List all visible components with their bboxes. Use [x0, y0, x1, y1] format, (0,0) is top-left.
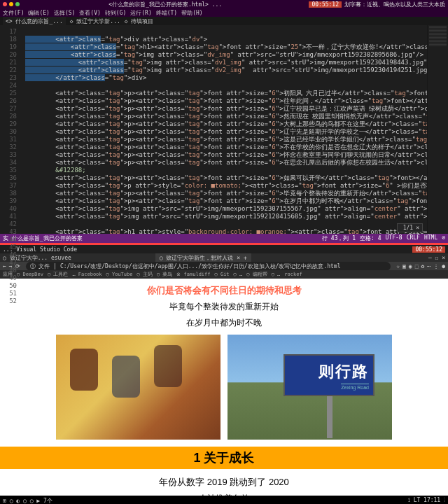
nav-ext2[interactable]: ◉	[409, 263, 412, 270]
rendered-page[interactable]: 你们是否将会有不同往日的期待和思考 毕竟每个整装待发的重新开始 在岁月中都为时不…	[0, 279, 448, 496]
bookmark-4[interactable]: ◯ YouTube	[106, 272, 133, 277]
status-lang[interactable]: HTML	[424, 234, 438, 242]
vscode-statusbar: 实 什么是宗旨_我已公开的答案 行 43，列 1 空格: 4 UTF-8 CRL…	[0, 234, 448, 243]
page-line-1: 你们是否将会有不同往日的期待和思考	[0, 284, 448, 297]
browser-titlebar: ... Visual Studio Code 00:55:12	[0, 245, 448, 253]
menu-help[interactable]: 帮助(H)	[181, 9, 202, 17]
start-icon[interactable]: ⊞	[3, 498, 6, 504]
sign-cn: 则行路	[318, 361, 369, 382]
nav-ext3[interactable]: ⬚	[415, 263, 419, 270]
street-sign: 则行路 Zexing Road	[284, 354, 374, 396]
page-line-5: 人被推着向前	[0, 493, 448, 496]
menu-run[interactable]: 运行(R)	[130, 9, 151, 17]
bookmark-1[interactable]: ◯ DeepDev	[17, 272, 43, 277]
vscode-tabbar: <> 什么意的宗旨_... ◇ 致辽宁大学新... ◇ 待填项目	[0, 17, 448, 25]
editor-tab-3[interactable]: ◇ 待填项目	[125, 18, 154, 25]
menu-terminal[interactable]: 终端(T)	[156, 9, 177, 17]
find-widget[interactable]: 1/1 ×	[397, 223, 423, 232]
nav-ext1[interactable]: ▣	[402, 263, 406, 270]
bookmark-12[interactable]: rockef	[284, 272, 302, 277]
sign-pole	[327, 396, 332, 438]
bookmarks-bar: 应用 ◯ DeepDev ◯ 工具栏 … Facebook ◯ YouTube …	[0, 270, 448, 279]
window-max-dot[interactable]	[15, 2, 20, 6]
status-indent[interactable]: 空格: 4	[360, 234, 381, 242]
bookmark-5[interactable]: ◯ 主码	[136, 271, 152, 278]
nav-menu[interactable]: ⋮	[433, 263, 439, 270]
window-close-dot[interactable]	[3, 2, 7, 6]
window-min-dot[interactable]	[9, 2, 13, 6]
nav-back-icon[interactable]: ←	[3, 263, 6, 270]
task-item-2[interactable]: ◐	[16, 498, 20, 504]
page-line-3: 在岁月中都为时不晚	[0, 317, 448, 329]
menu-selection[interactable]: 选择(S)	[54, 9, 75, 17]
vscode-menubar: 文件(F) 编辑(E) 选择(S) 查看(V) 转到(G) 运行(R) 终端(T…	[0, 8, 448, 17]
nav-more[interactable]: ⋯	[427, 263, 430, 270]
status-feedback-icon[interactable]: ⊘	[442, 234, 445, 242]
task-count: 7个	[43, 498, 52, 504]
line-gutter: 1718192021222324252627282930313233343536…	[0, 25, 20, 234]
record-time-badge-2: 00:55:12	[412, 246, 445, 253]
browser-tabstrip: ◯ 致辽宁大学... esuvee ◯ 致辽宁大学新生，想对人说 × + — ☐…	[0, 253, 448, 262]
menu-go[interactable]: 转到(G)	[105, 9, 126, 17]
nav-star[interactable]: ☆	[396, 263, 400, 270]
task-item-3[interactable]: ◯	[23, 498, 27, 504]
url-bar[interactable]: ① 文件 | C:/Users/改理/Desktop/信远初中/app图/人口.…	[26, 262, 391, 271]
page-heading: 1 关于成长	[0, 449, 448, 466]
editor-tab-active[interactable]: <> 什么意的宗旨_...	[3, 17, 66, 26]
sign-en: Zexing Road	[341, 384, 369, 390]
task-item-4[interactable]: ◯	[30, 498, 34, 504]
page-image-left	[56, 335, 220, 440]
os-taskbar[interactable]: ⊞ ◯ ◐ ◯ ◯ ▶ 7个 ⟟ LT 17:11 ⋮	[0, 496, 448, 504]
browser-tab-active[interactable]: ◯ 致辽宁大学新生，想对人说 × +	[155, 253, 251, 262]
find-close-icon[interactable]: ×	[416, 225, 419, 231]
bookmark-10[interactable]: ◯ 编程帮	[246, 271, 267, 278]
orange-heading-band: 1 关于成长	[0, 447, 448, 469]
nav-ext4[interactable]: ✿	[421, 263, 425, 270]
page-line-2: 毕竟每个整装待发的重新开始	[0, 301, 448, 313]
page-image-right: 则行路 Zexing Road	[227, 335, 392, 440]
window-title: <什么意的宗旨_我已公开的答案.html> ...	[22, 1, 309, 8]
page-line-4: 年份从数字 2019 跳动到了 2020	[0, 476, 448, 489]
find-count: 1/1	[403, 225, 413, 231]
code-content[interactable]: <attr">class="tag">div attr">class="dv">…	[20, 25, 427, 234]
minimap[interactable]	[427, 25, 448, 234]
menu-view[interactable]: 查看(V)	[79, 9, 100, 17]
browser-navbar: ← → ⟳ ① 文件 | C:/Users/改理/Desktop/信远初中/ap…	[0, 262, 448, 270]
task-item-1[interactable]: ◯	[10, 498, 13, 504]
bookmark-6[interactable]: ◯ 菜鸟	[157, 271, 172, 278]
bookmark-2[interactable]: ◯ 工具栏	[48, 271, 68, 278]
menu-file[interactable]: 文件(F)	[3, 9, 24, 17]
status-encoding[interactable]: UTF-8	[386, 234, 402, 242]
code-editor[interactable]: 1718192021222324252627282930313233343536…	[0, 25, 448, 234]
browser-window: ... Visual Studio Code 00:55:12 ◯ 致辽宁大学.…	[0, 245, 448, 496]
nav-avatar[interactable]: ●	[442, 263, 445, 270]
record-caption: 划字幕：近视、喝热水以及人类三大本质	[344, 1, 445, 8]
vscode-titlebar: <什么意的宗旨_我已公开的答案.html> ... 00:55:12 划字幕：近…	[0, 0, 448, 8]
editor-tab-2[interactable]: ◇ 致辽宁大学新...	[70, 18, 120, 25]
bookmark-8[interactable]: ◯ Git	[215, 272, 230, 277]
bookmark-9[interactable]: ◯ …	[234, 272, 243, 277]
tray-clock[interactable]: ⟟ LT 17:11 ⋮	[408, 497, 445, 504]
bookmark-11[interactable]: ◯ …	[272, 272, 281, 277]
bookmark-7[interactable]: ※ famuldiff	[176, 272, 210, 277]
status-eol[interactable]: CRLF	[407, 234, 420, 242]
record-time-badge: 00:55:12	[309, 1, 342, 8]
task-item-5[interactable]: ▶	[36, 498, 40, 504]
status-cursor[interactable]: 行 43，列 1	[322, 234, 356, 242]
menu-edit[interactable]: 编辑(E)	[28, 9, 49, 17]
bookmark-3[interactable]: … Facebook	[72, 272, 102, 277]
